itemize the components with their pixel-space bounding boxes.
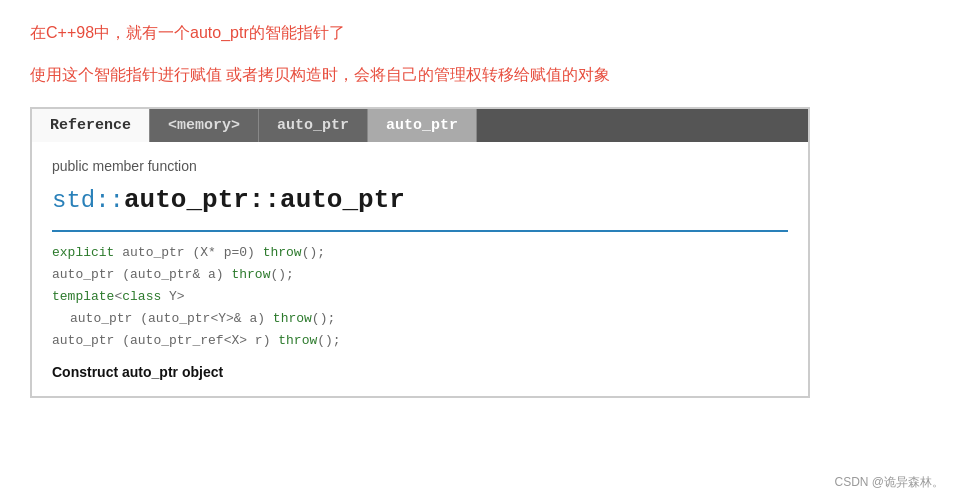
- reference-box: Reference <memory> auto_ptr auto_ptr pub…: [30, 107, 810, 398]
- code-line-5: auto_ptr (auto_ptr_ref<X> r) throw();: [52, 330, 788, 352]
- code-line-3: template<class Y>: [52, 286, 788, 308]
- function-name: auto_ptr::auto_ptr: [124, 185, 405, 215]
- tab-memory[interactable]: <memory>: [150, 109, 259, 142]
- code-line-4: auto_ptr (auto_ptr<Y>& a) throw();: [52, 308, 788, 330]
- watermark: CSDN @诡异森林。: [834, 474, 944, 491]
- intro-line2: 使用这个智能指针进行赋值 或者拷贝构造时，会将自己的管理权转移给赋值的对象: [30, 62, 930, 88]
- intro-line1: 在C++98中，就有一个auto_ptr的智能指针了: [30, 20, 930, 46]
- construct-label: Construct auto_ptr object: [52, 364, 788, 380]
- title-divider: [52, 230, 788, 232]
- tab-reference[interactable]: Reference: [32, 109, 150, 142]
- code-block: explicit auto_ptr (X* p=0) throw(); auto…: [52, 242, 788, 352]
- code-line-2: auto_ptr (auto_ptr& a) throw();: [52, 264, 788, 286]
- function-namespace: std::: [52, 187, 124, 214]
- tab-auto_ptr-2[interactable]: auto_ptr: [368, 109, 477, 142]
- function-title: std::auto_ptr::auto_ptr: [52, 182, 788, 218]
- tab-auto_ptr-1[interactable]: auto_ptr: [259, 109, 368, 142]
- reference-body: public member function std::auto_ptr::au…: [32, 142, 808, 396]
- tab-bar: Reference <memory> auto_ptr auto_ptr: [32, 109, 808, 142]
- code-line-1: explicit auto_ptr (X* p=0) throw();: [52, 242, 788, 264]
- member-label: public member function: [52, 158, 788, 174]
